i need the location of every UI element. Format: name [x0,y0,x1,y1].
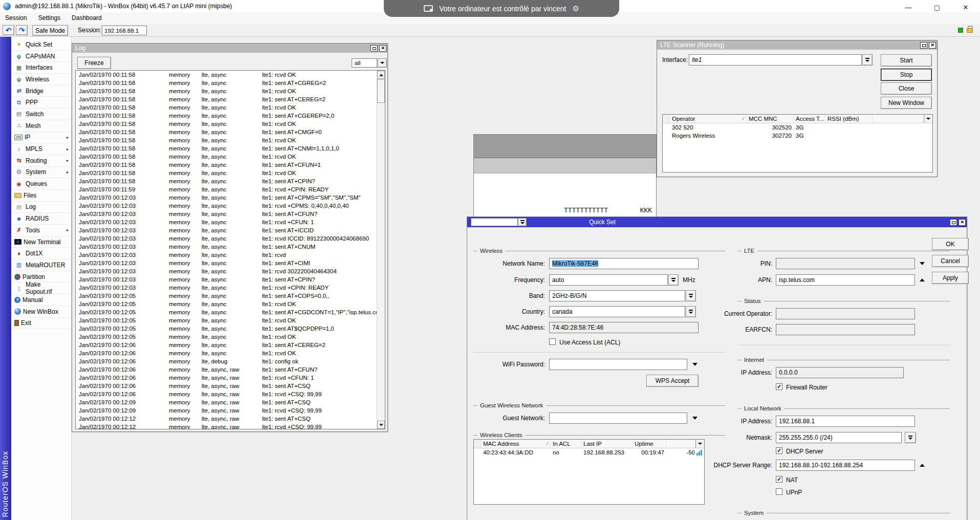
log-row[interactable]: Jan/02/1970 00:11:58 memory lte, async l… [76,79,377,87]
log-list[interactable]: Jan/02/1970 00:11:58 memory lte, async l… [75,70,385,429]
dhcp-range-collapse-icon[interactable] [920,464,925,467]
log-row[interactable]: Jan/02/1970 00:12:05 memory lte, async l… [76,300,377,308]
upnp-label[interactable]: UPnP [786,489,802,496]
client-row[interactable]: 40:23:43:44:3A:DD no 192.168.88.253 00:1… [474,448,704,457]
log-row[interactable]: Jan/02/1970 00:11:59 memory lte, async l… [76,185,377,193]
interface-select[interactable]: lte1 [689,54,862,66]
maximize-button[interactable]: ▢ [923,0,951,14]
log-row[interactable]: Jan/02/1970 00:12:12 memory lte, async, … [76,423,377,429]
sidebar-item[interactable]: Dot1X [11,248,71,259]
sidebar-item[interactable]: Interfaces [11,62,71,74]
stop-button[interactable]: Stop [881,69,932,81]
country-input[interactable]: canada [549,306,685,317]
log-row[interactable]: Jan/02/1970 00:11:58 memory lte, async l… [76,103,377,112]
quickset-titlebar[interactable]: LTE AP Quick Set [467,217,967,227]
safe-mode-button[interactable]: Safe Mode [32,25,68,36]
col-rssi[interactable]: RSSI (dBm) [825,115,873,123]
dhcp-server-checkbox[interactable]: ✓ [776,447,782,454]
log-row[interactable]: Jan/02/1970 00:12:03 memory lte, async l… [76,275,377,284]
redo-button[interactable]: ↷ [16,25,28,35]
log-close-icon[interactable] [379,45,386,52]
sidebar-item[interactable]: Log [11,202,71,213]
log-row[interactable]: Jan/02/1970 00:12:03 memory lte, async l… [76,284,377,292]
log-row[interactable]: Jan/02/1970 00:12:09 memory lte, async, … [76,406,377,415]
menu-item[interactable]: Session [5,14,27,21]
log-row[interactable]: Jan/02/1970 00:11:58 memory lte, async l… [76,144,377,153]
log-row[interactable]: Jan/02/1970 00:12:06 memory lte, async, … [76,365,377,374]
sidebar-item[interactable]: New WinBox [11,306,71,318]
col-mccmnc[interactable]: MCC MNC [747,115,794,123]
log-scrollbar[interactable] [377,71,385,429]
scroll-up-icon[interactable] [377,71,385,79]
sidebar-item[interactable]: Queues [11,178,71,190]
scroll-down-icon[interactable] [377,421,385,429]
log-row[interactable]: Jan/02/1970 00:12:03 memory lte, async l… [76,218,377,226]
sidebar-item[interactable]: New Terminal [11,236,71,248]
sidebar-item[interactable]: Switch [11,109,71,120]
log-row[interactable]: Jan/02/1970 00:12:03 memory lte, async l… [76,193,377,202]
log-row[interactable]: Jan/02/1970 00:11:58 memory lte, async l… [76,128,377,136]
log-row[interactable]: Jan/02/1970 00:11:58 memory lte, async l… [76,95,377,103]
log-filter-dropdown-icon[interactable] [378,58,387,68]
log-row[interactable]: Jan/02/1970 00:12:06 memory lte, async l… [76,349,377,357]
new-window-button[interactable]: New Window [881,97,932,109]
upnp-checkbox[interactable] [776,488,782,495]
sidebar-item[interactable]: Quick Set [11,39,71,51]
acl-checkbox[interactable] [549,338,556,345]
sidebar-item[interactable]: IP ▸ [11,132,71,144]
quickset-mode-select[interactable]: LTE AP [471,218,518,226]
log-window-titlebar[interactable]: Log [72,44,387,53]
scanner-maximize-icon[interactable] [920,42,927,49]
log-maximize-icon[interactable] [371,45,378,52]
sidebar-item[interactable]: Mesh [11,120,71,132]
wireless-clients-table[interactable]: MAC Address/ In ACL Last IP Uptime 40:23… [473,439,705,505]
log-row[interactable]: Jan/02/1970 00:12:06 memory lte, async, … [76,390,377,398]
close-button[interactable]: ✕ [951,0,980,14]
sidebar-item[interactable]: PPP [11,97,71,109]
quickset-mode-dropdown-icon[interactable] [518,218,527,226]
sidebar-item[interactable]: Exit [11,318,71,330]
log-row[interactable]: Jan/02/1970 00:11:58 memory lte, async l… [76,71,377,79]
scanner-table[interactable]: Operator/ MCC MNC Access T... RSSI (dBm)… [662,114,933,172]
dhcp-server-label[interactable]: DHCP Server [786,448,823,455]
log-row[interactable]: Jan/02/1970 00:11:58 memory lte, async l… [76,177,377,185]
pin-input[interactable] [776,258,915,269]
close-button[interactable]: Close [881,82,932,95]
log-row[interactable]: Jan/02/1970 00:12:03 memory lte, async l… [76,226,377,234]
scanner-close-icon[interactable] [929,42,936,49]
wps-accept-button[interactable]: WPS Accept [646,375,699,387]
log-row[interactable]: Jan/02/1970 00:11:58 memory lte, async l… [76,120,377,128]
log-row[interactable]: Jan/02/1970 00:12:06 memory lte, async, … [76,374,377,382]
log-row[interactable]: Jan/02/1970 00:12:06 memory lte, debug l… [76,357,377,365]
firewall-router-label[interactable]: Firewall Router [786,384,827,391]
log-row[interactable]: Jan/02/1970 00:12:05 memory lte, async l… [76,333,377,341]
local-ip-input[interactable]: 192.168.88.1 [776,416,915,427]
guest-network-input[interactable] [549,413,687,424]
quickset-close-icon[interactable] [959,219,966,226]
col-in-acl[interactable]: In ACL [551,440,581,448]
log-row[interactable]: Jan/02/1970 00:12:09 memory lte, async, … [76,398,377,406]
log-row[interactable]: Jan/02/1970 00:11:58 memory lte, async l… [76,87,377,95]
log-row[interactable]: Jan/02/1970 00:12:03 memory lte, async l… [76,259,377,267]
apn-input[interactable]: isp.telus.com [776,274,915,286]
log-row[interactable]: Jan/02/1970 00:11:58 memory lte, async l… [76,112,377,120]
cancel-button[interactable]: Cancel [932,255,969,267]
sidebar-item[interactable]: CAPsMAN [11,51,71,62]
sidebar-item[interactable]: Tools ▸ [11,225,71,236]
log-row[interactable]: Jan/02/1970 00:11:58 memory lte, async l… [76,161,377,169]
log-row[interactable]: Jan/02/1970 00:12:03 memory lte, async l… [76,234,377,243]
log-row[interactable]: Jan/02/1970 00:12:06 memory lte, async, … [76,382,377,390]
netmask-input[interactable]: 255.255.255.0 (/24) [776,432,902,443]
acl-checkbox-label[interactable]: Use Access List (ACL) [559,339,620,346]
band-dropdown-icon[interactable] [686,290,696,301]
sidebar-item[interactable]: MPLS ▸ [11,143,71,155]
log-row[interactable]: Jan/02/1970 00:12:05 memory lte, async l… [76,316,377,324]
log-row[interactable]: Jan/02/1970 00:12:05 memory lte, async l… [76,308,377,316]
sidebar-item[interactable]: Bridge [11,85,71,97]
wifi-password-input[interactable] [549,359,687,370]
netmask-dropdown-icon[interactable] [905,432,916,443]
log-row[interactable]: Jan/02/1970 00:12:03 memory lte, async l… [76,210,377,218]
log-row[interactable]: Jan/02/1970 00:11:58 memory lte, async l… [76,153,377,161]
undo-button[interactable]: ↶ [3,25,14,35]
wifi-password-dropdown-icon[interactable] [692,363,698,366]
